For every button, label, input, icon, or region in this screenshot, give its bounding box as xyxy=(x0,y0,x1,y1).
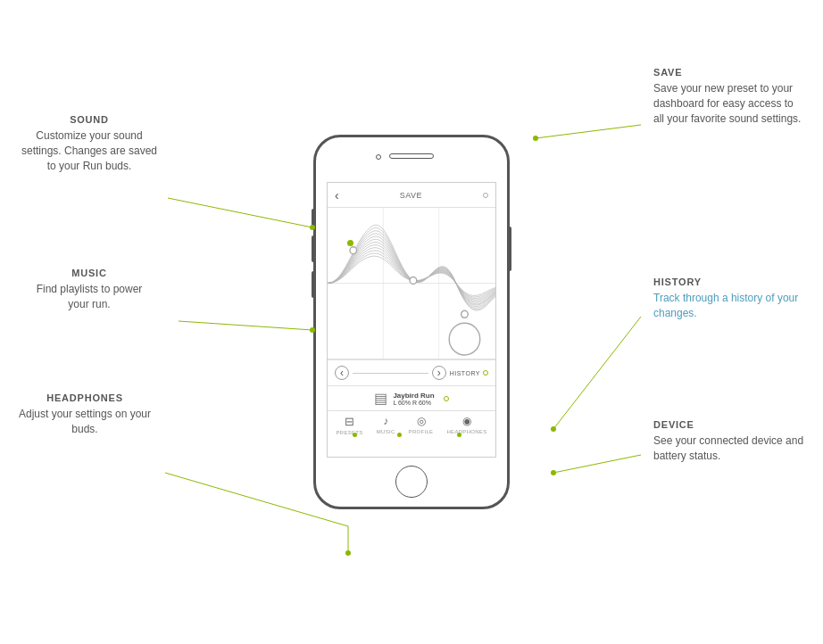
profile-icon: ◎ xyxy=(417,415,426,427)
svg-line-18 xyxy=(553,455,641,473)
headphones-annotation: HEADPHONES Adjust your settings on your … xyxy=(18,392,152,437)
device-annotation: DEVICE See your connected device and bat… xyxy=(653,419,805,464)
headphones-title: HEADPHONES xyxy=(18,392,152,403)
eq-area xyxy=(328,208,495,359)
history-bar[interactable]: ‹ › HISTORY xyxy=(328,359,495,386)
nav-headphones-label: HEADPHONES xyxy=(446,429,486,434)
nav-music-label: MUSIC xyxy=(377,429,395,434)
sound-annotation: SOUND Customize your sound settings. Cha… xyxy=(18,114,161,173)
music-title: MUSIC xyxy=(27,268,152,278)
svg-line-16 xyxy=(553,317,641,429)
nav-presets-label: PRESETS xyxy=(337,430,363,435)
nav-profile[interactable]: ◎ PROFILE xyxy=(409,415,434,435)
phone-camera xyxy=(376,154,381,160)
headphones-text: Adjust your settings on your buds. xyxy=(18,407,152,437)
nav-presets[interactable]: ⊟ PRESETS xyxy=(337,415,363,435)
presets-icon: ⊟ xyxy=(345,415,354,428)
history-annotation: HISTORY Track through a history of your … xyxy=(653,277,805,321)
eq-svg xyxy=(328,208,495,359)
nav-profile-label: PROFILE xyxy=(409,429,434,434)
svg-point-5 xyxy=(461,310,469,318)
sound-text: Customize your sound settings. Changes a… xyxy=(18,128,161,173)
music-annotation: MUSIC Find playlists to power your run. xyxy=(27,268,152,312)
device-name: Jaybird Run xyxy=(393,392,434,400)
sound-title: SOUND xyxy=(18,114,161,125)
save-button[interactable]: SAVE xyxy=(400,191,422,200)
phone-body: ‹ SAVE xyxy=(313,135,510,509)
device-title: DEVICE xyxy=(653,419,805,430)
eq-indicator-dot xyxy=(347,240,353,246)
device-icon: ▤ xyxy=(374,390,387,407)
device-bar: ▤ Jaybird Run L 60% R 60% xyxy=(328,386,495,411)
svg-point-17 xyxy=(551,426,556,432)
nav-headphones-dot xyxy=(457,433,461,437)
save-title: SAVE xyxy=(653,67,805,78)
history-timeline xyxy=(353,373,428,374)
svg-point-3 xyxy=(350,247,357,254)
phone-speaker xyxy=(389,153,434,159)
svg-point-15 xyxy=(533,136,538,141)
nav-headphones[interactable]: ◉ HEADPHONES xyxy=(446,415,486,435)
back-button[interactable]: ‹ xyxy=(335,188,339,202)
phone-mockup: ‹ SAVE xyxy=(313,135,510,509)
history-label: HISTORY xyxy=(450,370,480,376)
svg-line-7 xyxy=(168,198,312,227)
headphones-icon: ◉ xyxy=(462,415,471,427)
screen-topbar: ‹ SAVE xyxy=(328,183,495,208)
nav-music[interactable]: ♪ MUSIC xyxy=(377,415,395,435)
save-text: Save your new preset to your dashboard f… xyxy=(653,81,805,126)
device-text: See your connected device and battery st… xyxy=(653,433,805,464)
phone-home-button xyxy=(395,466,428,498)
phone-power-button xyxy=(508,227,511,271)
device-info: Jaybird Run L 60% R 60% xyxy=(393,392,434,406)
svg-point-4 xyxy=(410,277,417,285)
phone-volume-down-button xyxy=(312,271,315,298)
phone-screen: ‹ SAVE xyxy=(327,182,496,458)
svg-line-14 xyxy=(536,125,641,138)
nav-presets-dot xyxy=(353,433,357,437)
svg-line-9 xyxy=(179,321,312,330)
history-text: Track through a history of your changes. xyxy=(653,291,805,321)
save-indicator-dot xyxy=(483,193,488,198)
history-prev-arrow[interactable]: ‹ xyxy=(335,366,349,380)
history-next-arrow[interactable]: › xyxy=(432,366,446,380)
history-indicator-dot xyxy=(483,370,488,376)
nav-music-dot xyxy=(397,433,402,437)
music-text: Find playlists to power your run. xyxy=(27,282,152,312)
phone-volume-up-button xyxy=(312,235,315,262)
svg-point-6 xyxy=(449,323,480,355)
history-title: HISTORY xyxy=(653,277,805,287)
svg-point-19 xyxy=(551,470,556,475)
music-icon: ♪ xyxy=(383,415,388,427)
save-annotation: SAVE Save your new preset to your dashbo… xyxy=(653,67,805,126)
phone-mute-button xyxy=(312,209,315,227)
device-battery: L 60% R 60% xyxy=(393,400,434,406)
device-indicator-dot xyxy=(444,396,449,401)
svg-point-13 xyxy=(345,550,351,556)
